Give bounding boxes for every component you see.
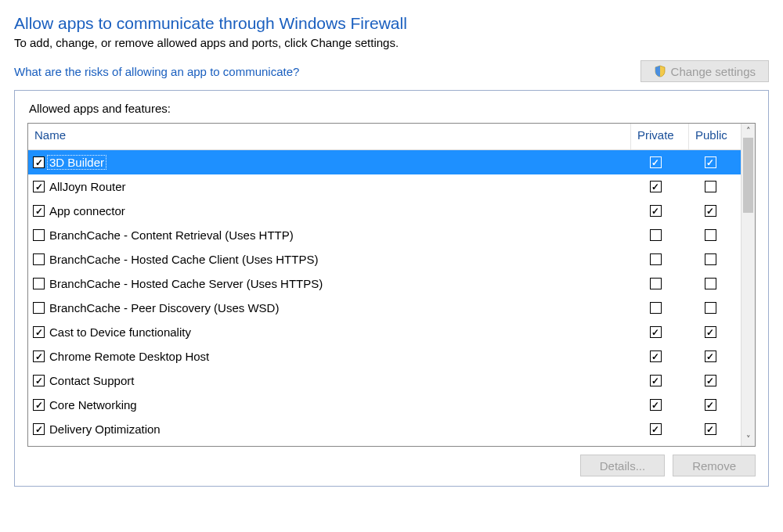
checkbox[interactable] (705, 302, 716, 314)
app-row[interactable]: ✓Delivery Optimization✓✓ (28, 417, 741, 441)
app-name: Cast to Device functionality (48, 325, 193, 339)
checkbox[interactable]: ✓ (33, 326, 45, 338)
app-row[interactable]: ✓App connector✓✓ (28, 199, 741, 223)
column-header-public[interactable]: Public (689, 124, 741, 149)
column-header-name[interactable]: Name (28, 124, 631, 149)
checkbox[interactable] (650, 253, 662, 265)
app-name: BranchCache - Hosted Cache Client (Uses … (48, 253, 319, 266)
change-settings-label: Change settings (671, 65, 756, 78)
app-row[interactable]: BranchCache - Peer Discovery (Uses WSD) (28, 296, 741, 320)
scroll-track[interactable] (742, 138, 755, 432)
checkbox[interactable]: ✓ (33, 181, 45, 192)
checkbox[interactable] (705, 253, 716, 265)
app-name: 3D Builder (48, 156, 106, 169)
app-row[interactable]: ✓Chrome Remote Desktop Host✓✓ (28, 344, 741, 368)
details-button[interactable]: Details... (580, 455, 665, 476)
checkbox[interactable]: ✓ (650, 326, 662, 338)
checkbox[interactable] (650, 302, 662, 314)
checkbox[interactable]: ✓ (33, 350, 45, 362)
allowed-apps-panel: Allowed apps and features: Name Private … (14, 90, 769, 487)
app-name: BranchCache - Hosted Cache Server (Uses … (48, 277, 324, 290)
app-row[interactable]: BranchCache - Hosted Cache Server (Uses … (28, 271, 741, 296)
checkbox[interactable]: ✓ (33, 375, 45, 386)
app-row[interactable]: BranchCache - Content Retrieval (Uses HT… (28, 223, 741, 247)
checkbox[interactable]: ✓ (650, 399, 662, 411)
scroll-thumb[interactable] (743, 138, 753, 213)
app-row[interactable]: ✓Cast to Device functionality✓✓ (28, 320, 741, 344)
app-row[interactable]: ✓AllJoyn Router✓ (28, 174, 741, 199)
checkbox[interactable]: ✓ (33, 156, 45, 168)
checkbox[interactable]: ✓ (705, 326, 716, 338)
page-title: Allow apps to communicate through Window… (14, 14, 769, 33)
checkbox[interactable]: ✓ (650, 350, 662, 362)
checkbox[interactable]: ✓ (33, 399, 45, 411)
app-name: AllJoyn Router (48, 180, 128, 193)
checkbox[interactable]: ✓ (33, 205, 45, 217)
app-row[interactable]: BranchCache - Hosted Cache Client (Uses … (28, 247, 741, 271)
checkbox[interactable]: ✓ (650, 205, 662, 217)
table-header: Name Private Public (28, 124, 741, 150)
remove-button[interactable]: Remove (673, 455, 756, 476)
checkbox[interactable]: ✓ (705, 399, 716, 411)
checkbox[interactable]: ✓ (650, 156, 662, 168)
app-name: Core Networking (48, 398, 139, 412)
app-name: Delivery Optimization (48, 422, 162, 436)
checkbox[interactable]: ✓ (650, 375, 662, 386)
risks-link[interactable]: What are the risks of allowing an app to… (14, 65, 299, 78)
app-row[interactable]: ✓Contact Support✓✓ (28, 368, 741, 393)
app-row[interactable]: ✓3D Builder✓✓ (28, 150, 741, 174)
app-name: BranchCache - Content Retrieval (Uses HT… (48, 228, 295, 242)
app-name: App connector (48, 204, 127, 217)
scroll-down-button[interactable]: ˅ (742, 432, 755, 446)
checkbox[interactable]: ✓ (650, 423, 662, 435)
app-name: BranchCache - Peer Discovery (Uses WSD) (48, 301, 280, 315)
checkbox[interactable] (705, 278, 716, 289)
app-name: Chrome Remote Desktop Host (48, 350, 211, 363)
app-row[interactable]: ✓Core Networking✓✓ (28, 393, 741, 417)
scrollbar[interactable]: ˄ ˅ (741, 124, 755, 446)
shield-icon (654, 65, 666, 77)
checkbox[interactable] (650, 278, 662, 289)
app-name: Contact Support (48, 374, 135, 387)
checkbox[interactable] (705, 181, 716, 192)
page-subtitle: To add, change, or remove allowed apps a… (14, 36, 769, 49)
checkbox[interactable]: ✓ (705, 156, 716, 168)
scroll-up-button[interactable]: ˄ (742, 124, 755, 138)
apps-table: Name Private Public ✓3D Builder✓✓✓AllJoy… (27, 123, 756, 447)
panel-title: Allowed apps and features: (29, 102, 756, 115)
checkbox[interactable] (33, 302, 45, 314)
checkbox[interactable]: ✓ (705, 350, 716, 362)
column-header-private[interactable]: Private (631, 124, 689, 149)
checkbox[interactable]: ✓ (33, 423, 45, 435)
checkbox[interactable] (705, 229, 716, 241)
checkbox[interactable] (33, 253, 45, 265)
checkbox[interactable]: ✓ (705, 205, 716, 217)
checkbox[interactable] (33, 229, 45, 241)
checkbox[interactable]: ✓ (650, 181, 662, 192)
checkbox[interactable]: ✓ (705, 375, 716, 386)
change-settings-button[interactable]: Change settings (640, 60, 769, 82)
checkbox[interactable] (33, 278, 45, 289)
checkbox[interactable]: ✓ (705, 423, 716, 435)
checkbox[interactable] (650, 229, 662, 241)
